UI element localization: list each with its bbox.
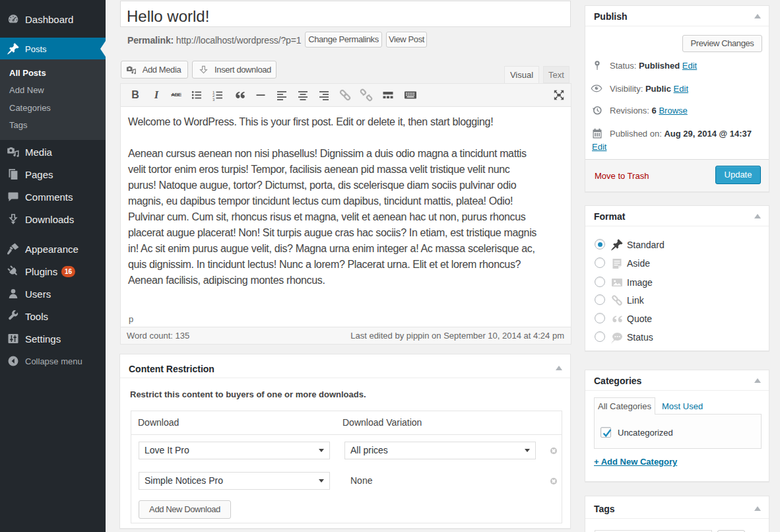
svg-text:3: 3	[212, 98, 215, 102]
